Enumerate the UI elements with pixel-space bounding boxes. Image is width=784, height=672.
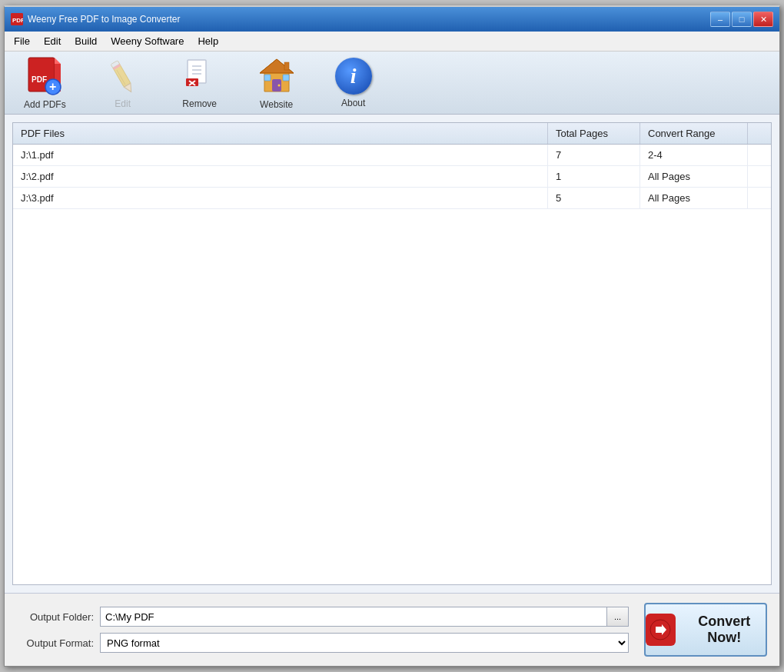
- website-icon: [257, 56, 297, 96]
- add-pdfs-label: Add PDFs: [24, 99, 66, 110]
- window-controls: – □ ✕: [710, 12, 773, 27]
- file-table: PDF Files Total Pages Convert Range J:\1…: [12, 122, 772, 585]
- svg-text:PDF: PDF: [12, 17, 23, 24]
- about-icon: i: [335, 58, 372, 95]
- total-pages-2: 1: [548, 166, 640, 187]
- remove-icon: [184, 57, 215, 95]
- add-pdfs-button[interactable]: PDF + Add PDFs: [17, 52, 73, 114]
- svg-text:+: +: [49, 80, 56, 93]
- edit-icon: [106, 57, 140, 95]
- svg-point-25: [277, 84, 280, 86]
- col-extra: [748, 123, 771, 144]
- extra-3: [748, 188, 771, 208]
- extra-1: [748, 145, 771, 165]
- table-header: PDF Files Total Pages Convert Range: [13, 123, 771, 145]
- table-row[interactable]: J:\1.pdf 7 2-4: [13, 145, 771, 166]
- about-label: About: [341, 98, 365, 108]
- output-folder-row: Output Folder: ...: [17, 607, 629, 627]
- website-label: Website: [260, 99, 293, 110]
- file-path-3: J:\3.pdf: [13, 188, 548, 208]
- menu-edit[interactable]: Edit: [38, 33, 67, 49]
- maximize-button[interactable]: □: [732, 12, 752, 27]
- output-format-row: Output Format: PNG format JPG format BMP…: [17, 633, 629, 653]
- menu-help[interactable]: Help: [191, 33, 224, 49]
- convert-range-2: All Pages: [640, 166, 748, 187]
- output-format-select[interactable]: PNG format JPG format BMP format GIF for…: [100, 633, 629, 653]
- menu-build[interactable]: Build: [68, 33, 103, 49]
- website-button[interactable]: Website: [250, 52, 304, 114]
- remove-button[interactable]: Remove: [173, 53, 227, 113]
- menu-bar: File Edit Build Weeny Software Help: [5, 32, 779, 52]
- svg-marker-3: [55, 58, 61, 64]
- total-pages-1: 7: [548, 145, 640, 165]
- table-row[interactable]: J:\2.pdf 1 All Pages: [13, 166, 771, 188]
- file-path-1: J:\1.pdf: [13, 145, 548, 165]
- edit-label: Edit: [115, 98, 131, 109]
- close-button[interactable]: ✕: [753, 12, 773, 27]
- about-button[interactable]: i About: [327, 54, 380, 112]
- svg-rect-24: [283, 75, 289, 81]
- col-total-pages: Total Pages: [548, 123, 640, 144]
- convert-range-3: All Pages: [640, 188, 748, 208]
- title-bar-left: PDF Weeny Free PDF to Image Converter: [11, 13, 181, 25]
- edit-button[interactable]: Edit: [96, 53, 150, 113]
- table-row[interactable]: J:\3.pdf 5 All Pages: [13, 188, 771, 209]
- app-icon: PDF: [11, 13, 23, 25]
- main-content: PDF Files Total Pages Convert Range J:\1…: [5, 115, 779, 593]
- col-convert-range: Convert Range: [640, 123, 748, 144]
- extra-2: [748, 166, 771, 187]
- add-pdfs-icon: PDF +: [27, 56, 62, 96]
- convert-arrow-icon: [649, 619, 671, 640]
- convert-now-button[interactable]: Convert Now!: [644, 603, 767, 657]
- svg-text:PDF: PDF: [32, 75, 47, 84]
- window-title: Weeny Free PDF to Image Converter: [28, 14, 181, 25]
- convert-icon: [646, 614, 676, 646]
- folder-input-wrap: ...: [100, 607, 629, 627]
- bottom-left: Output Folder: ... Output Format: PNG fo…: [17, 607, 629, 653]
- file-path-2: J:\2.pdf: [13, 166, 548, 187]
- total-pages-3: 5: [548, 188, 640, 208]
- output-format-label: Output Format:: [17, 637, 94, 649]
- menu-file[interactable]: File: [8, 33, 36, 49]
- bottom-panel: Output Folder: ... Output Format: PNG fo…: [5, 593, 779, 666]
- remove-label: Remove: [182, 98, 217, 109]
- minimize-button[interactable]: –: [710, 12, 730, 27]
- main-window: PDF Weeny Free PDF to Image Converter – …: [4, 5, 780, 667]
- title-bar: PDF Weeny Free PDF to Image Converter – …: [5, 7, 779, 32]
- convert-range-1: 2-4: [640, 145, 748, 165]
- menu-weeny-software[interactable]: Weeny Software: [105, 33, 190, 49]
- toolbar: PDF + Add PDFs Edit: [5, 52, 779, 115]
- svg-rect-23: [264, 75, 271, 81]
- svg-rect-26: [284, 62, 289, 70]
- col-pdf-files: PDF Files: [13, 123, 548, 144]
- browse-button[interactable]: ...: [607, 607, 629, 627]
- table-body: J:\1.pdf 7 2-4 J:\2.pdf 1 All Pages J:\3…: [13, 145, 771, 584]
- output-folder-input[interactable]: [100, 607, 607, 627]
- convert-now-label: Convert Now!: [683, 614, 766, 646]
- output-folder-label: Output Folder:: [17, 611, 94, 623]
